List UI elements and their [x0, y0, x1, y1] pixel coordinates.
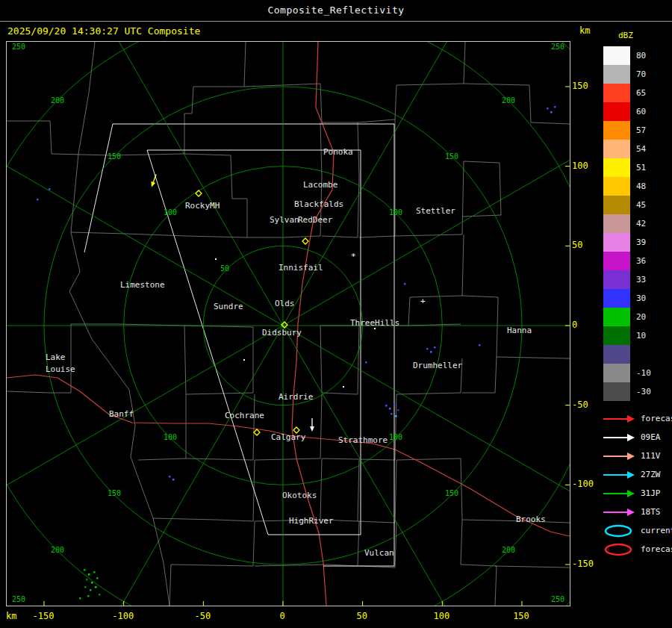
scale-row: 10	[603, 326, 659, 345]
scale-value-label: -10	[636, 368, 659, 378]
city-label: Sylvan	[270, 215, 299, 225]
track-arrow-legend-icon	[602, 412, 636, 426]
scale-value-label: 48	[636, 181, 659, 191]
city-label: Airdrie	[279, 392, 313, 402]
scale-row: 57	[603, 121, 659, 140]
range-ring-label: 200	[51, 546, 64, 554]
right-axis-tick-label: 50	[572, 240, 582, 250]
bottom-axis-tick-label: -50	[194, 611, 211, 621]
radar-map-canvas: 5010015020025010015020025010015020025010…	[7, 42, 570, 606]
county-boundaries	[7, 42, 570, 606]
legend-label: forecast	[641, 414, 672, 423]
range-ring-grid	[7, 42, 570, 606]
legend-label: current	[641, 526, 672, 535]
city-label: HighRiver	[289, 516, 334, 526]
city-label: Banff	[109, 409, 134, 419]
city-label: Innisfail	[279, 263, 323, 273]
range-ring-label: 50	[220, 264, 229, 273]
range-ring-label: 200	[502, 96, 515, 105]
scale-row: 20	[603, 308, 659, 326]
scale-value-label: 20	[636, 312, 659, 322]
scale-value-label: 51	[636, 163, 659, 172]
right-axis-tick-label: -100	[572, 479, 594, 489]
scale-row: -30	[603, 382, 659, 401]
bottom-axis-tick-label: 0	[279, 611, 284, 621]
radar-map[interactable]: 5010015020025010015020025010015020025010…	[6, 41, 570, 606]
scale-value-label: 42	[636, 219, 659, 228]
cell-dot-icon	[343, 386, 344, 388]
bottom-axis-tick-label: 100	[433, 611, 449, 621]
scale-value-label: 39	[636, 237, 659, 247]
city-label: Cochrane	[225, 411, 264, 420]
scale-unit-label: dBZ	[618, 31, 633, 40]
scale-row: 65	[603, 84, 659, 102]
range-ring-label: 250	[551, 43, 564, 51]
city-label: RockyMH	[185, 201, 220, 211]
range-ring-label: 150	[445, 152, 458, 161]
scale-swatch	[603, 270, 630, 289]
cell-dot-icon	[243, 359, 245, 361]
scale-row: 30	[603, 289, 659, 308]
range-ring-label: 250	[12, 43, 25, 51]
legend-row: forecast	[602, 409, 672, 428]
range-ring-label: 100	[389, 208, 402, 217]
bottom-axis-tick-label: 50	[356, 611, 367, 621]
page-title: Composite_Reflectivity	[267, 4, 404, 16]
city-label: Lake	[46, 352, 66, 362]
scale-row: 60	[603, 102, 659, 121]
range-ring-label: 150	[445, 489, 458, 497]
radar-site-icon	[196, 190, 202, 196]
right-axis-tick-label: 0	[572, 320, 577, 330]
scale-row: 54	[603, 140, 659, 158]
scale-value-label: 36	[636, 256, 659, 266]
legend-row: forecast	[602, 540, 672, 559]
bottom-axis-unit: km	[6, 611, 16, 621]
track-arrow-legend-icon	[602, 487, 636, 500]
bottom-axis-tick-label: -150	[33, 611, 55, 621]
scale-row: -10	[603, 364, 659, 382]
track-ellipse-legend-icon	[602, 524, 636, 538]
city-label: Olds	[275, 299, 295, 308]
legend-row: 18TS	[602, 503, 672, 521]
city-label: Calgary	[271, 432, 306, 442]
scale-value-label: -30	[636, 387, 659, 397]
scale-swatch	[603, 326, 630, 345]
track-arrow-legend-icon	[602, 506, 636, 519]
scale-swatch	[603, 308, 630, 326]
radar-sector-outlines	[84, 124, 394, 566]
bottom-axis-tick-label: 150	[513, 611, 529, 621]
track-arrow-legend-icon	[602, 431, 636, 444]
scale-value-label: 60	[636, 107, 659, 116]
scale-swatch	[603, 364, 630, 382]
scale-swatch	[603, 289, 630, 308]
city-label: RedDeer	[298, 215, 333, 225]
bottom-axis-tick-label: -100	[112, 611, 134, 621]
cell-glyph-icon: +	[420, 296, 426, 306]
city-label: Blackfalds	[294, 199, 343, 209]
city-label: Didsbury	[262, 328, 302, 338]
scale-swatch	[603, 65, 630, 84]
scale-swatch	[603, 233, 630, 252]
cell-dot-icon	[215, 258, 217, 260]
scale-swatch	[603, 84, 630, 102]
cell-dot-icon	[374, 328, 376, 329]
legend-label: 31JP	[641, 488, 661, 498]
city-label: Stettler	[416, 206, 455, 216]
right-axis-tick-label: -150	[572, 559, 594, 569]
scale-value-label: 33	[636, 275, 659, 285]
axis-tick-marks	[44, 87, 570, 606]
legend-label: 111V	[641, 451, 661, 461]
scale-value-label: 80	[636, 51, 659, 60]
scale-value-label: 10	[636, 331, 659, 341]
city-label: Hanna	[507, 326, 532, 335]
scale-row: 36	[603, 252, 659, 270]
range-ring-label: 200	[51, 96, 64, 105]
city-label: Vulcan	[364, 548, 394, 558]
scale-value-label: 57	[636, 125, 659, 135]
scale-swatch	[603, 382, 630, 401]
city-label: Drumheller	[413, 361, 463, 370]
city-label: Brooks	[516, 514, 546, 524]
scale-row: 42	[603, 214, 659, 233]
range-ring-label: 100	[164, 433, 177, 441]
city-label: Sundre	[214, 302, 243, 311]
